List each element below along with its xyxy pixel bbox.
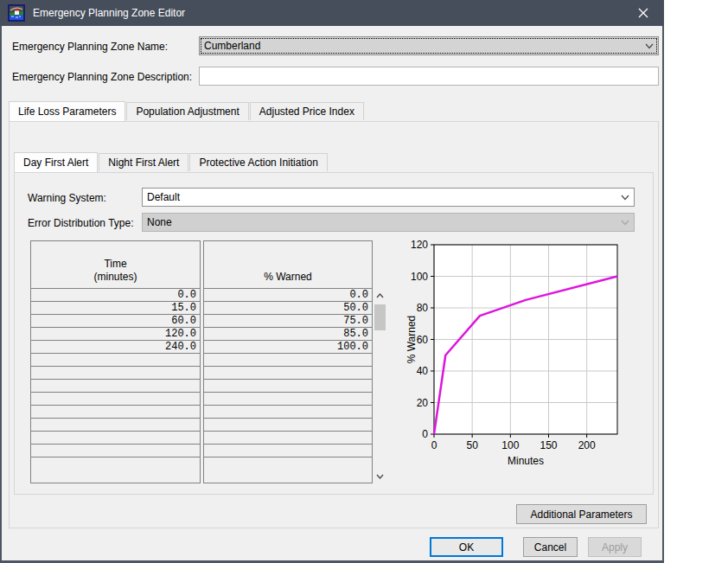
table-cell[interactable] xyxy=(31,457,200,470)
title-bar: Emergency Planning Zone Editor xyxy=(0,0,664,26)
epz-name-combobox[interactable]: Cumberland xyxy=(199,36,659,55)
svg-text:0: 0 xyxy=(422,428,428,440)
time-column-body: 0.015.060.0120.0240.0 xyxy=(31,289,200,470)
epz-name-value: Cumberland xyxy=(204,40,260,52)
table-cell[interactable] xyxy=(31,380,200,393)
table-cell[interactable]: 85.0 xyxy=(204,328,372,341)
chevron-down-icon xyxy=(621,195,629,201)
svg-text:Minutes: Minutes xyxy=(508,455,544,467)
scroll-down-arrow-icon[interactable] xyxy=(374,470,386,483)
warned-column-body: 0.050.075.085.0100.0 xyxy=(204,289,372,470)
cancel-label: Cancel xyxy=(534,541,566,553)
tab-night-first-alert[interactable]: Night First Alert xyxy=(99,153,188,171)
warning-system-value: Default xyxy=(147,191,180,203)
close-x-icon xyxy=(638,8,648,18)
warned-column: % Warned 0.050.075.085.0100.0 xyxy=(203,240,373,483)
table-cell[interactable] xyxy=(204,419,372,432)
warning-system-combobox[interactable]: Default xyxy=(142,188,635,207)
error-distribution-type-label: Error Distribution Type: xyxy=(28,217,134,229)
error-distribution-type-value: None xyxy=(147,216,172,228)
warning-time-table: Time(minutes) 0.015.060.0120.0240.0 % Wa… xyxy=(30,240,373,483)
table-scrollbar[interactable] xyxy=(374,289,386,483)
warned-column-header: % Warned xyxy=(204,241,372,289)
svg-text:% Warned: % Warned xyxy=(406,316,418,364)
table-cell[interactable] xyxy=(31,432,200,445)
svg-text:100: 100 xyxy=(411,271,428,283)
svg-text:20: 20 xyxy=(417,397,429,409)
chevron-down-icon xyxy=(645,43,654,49)
tab-day-first-alert[interactable]: Day First Alert xyxy=(14,152,98,172)
table-cell[interactable] xyxy=(204,406,372,419)
epz-description-input[interactable] xyxy=(199,67,659,86)
error-distribution-type-combobox: None xyxy=(142,213,635,232)
scroll-up-arrow-icon[interactable] xyxy=(374,289,386,302)
table-cell[interactable]: 50.0 xyxy=(204,302,372,315)
table-cell[interactable]: 0.0 xyxy=(31,289,200,302)
table-cell[interactable] xyxy=(31,445,200,457)
apply-label: Apply xyxy=(602,541,628,553)
table-cell[interactable]: 75.0 xyxy=(204,315,372,328)
epz-description-label: Emergency Planning Zone Description: xyxy=(12,71,192,83)
table-cell[interactable] xyxy=(204,445,372,457)
table-cell[interactable] xyxy=(31,419,200,432)
additional-parameters-button[interactable]: Additional Parameters xyxy=(516,504,647,524)
warning-system-label: Warning System: xyxy=(28,192,106,204)
apply-button: Apply xyxy=(588,537,642,557)
svg-text:40: 40 xyxy=(417,365,429,377)
tab-life-loss-parameters[interactable]: Life Loss Parameters xyxy=(9,101,125,121)
table-cell[interactable] xyxy=(31,367,200,380)
time-column: Time(minutes) 0.015.060.0120.0240.0 xyxy=(30,240,201,483)
dialog-body: Emergency Planning Zone Name: Cumberland… xyxy=(2,26,662,560)
svg-text:50: 50 xyxy=(466,439,478,451)
warning-time-chart: 050100150200020406080100120Minutes% Warn… xyxy=(406,238,659,470)
table-cell[interactable] xyxy=(31,393,200,406)
table-cell[interactable]: 100.0 xyxy=(204,341,372,354)
svg-text:200: 200 xyxy=(578,439,596,451)
table-cell[interactable] xyxy=(31,354,200,367)
outer-tab-bar: Life Loss ParametersPopulation Adjustmen… xyxy=(9,101,365,120)
table-cell[interactable] xyxy=(204,393,372,406)
scrollbar-thumb[interactable] xyxy=(374,304,386,330)
svg-text:120: 120 xyxy=(411,239,428,251)
table-cell[interactable] xyxy=(204,367,372,380)
table-cell[interactable]: 120.0 xyxy=(31,328,200,341)
chevron-down-icon xyxy=(621,220,629,226)
table-cell[interactable] xyxy=(204,457,372,470)
cancel-button[interactable]: Cancel xyxy=(523,537,578,557)
ok-label: OK xyxy=(459,541,474,553)
table-cell[interactable] xyxy=(204,432,372,445)
table-cell[interactable]: 0.0 xyxy=(204,289,372,302)
tab-adjusted-price-index[interactable]: Adjusted Price Index xyxy=(250,102,364,120)
ok-button[interactable]: OK xyxy=(430,537,503,557)
table-cell[interactable]: 240.0 xyxy=(31,341,200,354)
table-cell[interactable]: 60.0 xyxy=(31,315,200,328)
table-cell[interactable] xyxy=(31,406,200,419)
svg-text:60: 60 xyxy=(417,334,429,346)
epz-name-label: Emergency Planning Zone Name: xyxy=(12,41,168,53)
additional-parameters-label: Additional Parameters xyxy=(530,509,632,521)
epz-editor-dialog: Emergency Planning Zone Editor Emergency… xyxy=(0,0,664,563)
svg-text:80: 80 xyxy=(417,302,429,314)
svg-text:0: 0 xyxy=(431,439,437,451)
svg-text:150: 150 xyxy=(540,439,557,451)
window-title: Emergency Planning Zone Editor xyxy=(33,7,185,19)
app-house-water-icon xyxy=(8,4,25,22)
time-column-header: Time(minutes) xyxy=(31,241,200,289)
table-cell[interactable] xyxy=(204,380,372,393)
tab-protective-action-initiation[interactable]: Protective Action Initiation xyxy=(189,153,327,171)
tab-population-adjustment[interactable]: Population Adjustment xyxy=(126,102,248,120)
table-cell[interactable]: 15.0 xyxy=(31,302,200,315)
close-button[interactable] xyxy=(631,1,655,25)
inner-tab-bar: Day First AlertNight First AlertProtecti… xyxy=(14,152,329,171)
svg-text:100: 100 xyxy=(501,439,519,451)
table-cell[interactable] xyxy=(204,354,372,367)
